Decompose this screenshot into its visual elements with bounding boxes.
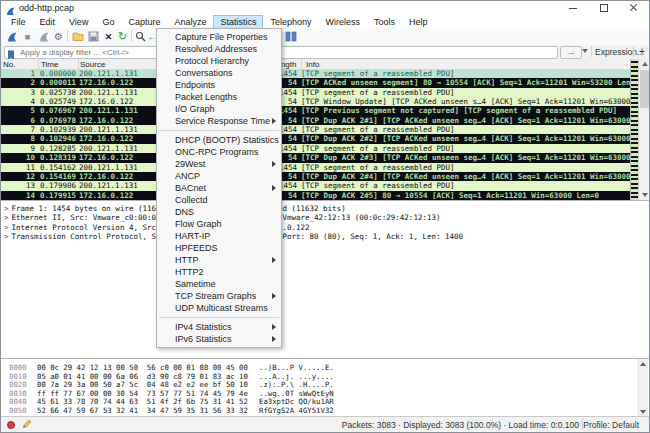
packet-row-13[interactable]: 130.179906200.121.1.1311454[TCP segment … (1, 181, 630, 190)
scroll-down-icon[interactable] (639, 190, 650, 200)
menu-statistics[interactable]: Statistics (213, 15, 263, 29)
packet-list-scrollbar[interactable] (638, 59, 650, 200)
menu-item-onc-rpc-programs[interactable]: ONC-RPC Programs (157, 146, 281, 158)
menu-capture[interactable]: Capture (121, 15, 167, 29)
capture-comment-pencil-icon[interactable] (21, 419, 32, 432)
filter-dropdown-caret-icon[interactable] (582, 49, 588, 53)
apply-filter-button[interactable]: → (560, 46, 582, 59)
menu-item-endpoints[interactable]: Endpoints (157, 79, 281, 91)
packet-row-6[interactable]: 60.076978172.16.0.12254[TCP Dup ACK 2#1]… (1, 116, 630, 125)
hex-ascii[interactable]: RfGYgS2A 4GY51V32 (259, 407, 334, 416)
column-header-no[interactable]: No. (3, 60, 15, 69)
profile-status[interactable]: Profile: Default (583, 420, 639, 430)
start-capture-icon[interactable] (5, 30, 18, 43)
menu-item-resolved-addresses[interactable]: Resolved Addresses (157, 43, 281, 55)
cell-no: 5 (1, 106, 35, 115)
expand-arrow-icon[interactable]: > (4, 232, 9, 241)
column-header-time[interactable]: Time (41, 60, 58, 69)
column-header-source[interactable]: Source (80, 60, 105, 69)
expert-info-icon[interactable] (7, 421, 15, 429)
capture-options-icon[interactable]: ⚙ (52, 30, 65, 43)
menu-view[interactable]: View (62, 15, 95, 29)
menu-tools[interactable]: Tools (367, 15, 402, 29)
menu-item-dns[interactable]: DNS (157, 206, 281, 218)
menu-item-hpfeeds[interactable]: HPFEEDS (157, 242, 281, 254)
scroll-up-icon[interactable] (637, 359, 648, 369)
save-file-icon[interactable] (87, 30, 100, 43)
menu-item-capture-file-properties[interactable]: Capture File Properties (157, 31, 281, 43)
menu-item-ipv6-statistics[interactable]: IPv6 Statistics (157, 333, 281, 345)
menu-item-udp-multicast-streams[interactable]: UDP Multicast Streams (157, 302, 281, 314)
column-header-info[interactable]: Info (306, 60, 319, 69)
packet-row-3[interactable]: 30.025738200.121.1.1311454[TCP segment o… (1, 88, 630, 97)
menu-edit[interactable]: Edit (33, 15, 63, 29)
packet-row-7[interactable]: 70.102939200.121.1.1311454[TCP segment o… (1, 125, 630, 134)
menu-telephony[interactable]: Telephony (263, 15, 318, 29)
menu-help[interactable]: Help (402, 15, 435, 29)
packet-row-8[interactable]: 80.102946172.16.0.12254[TCP Dup ACK 2#2]… (1, 134, 630, 143)
maximize-button[interactable] (589, 1, 619, 15)
packet-row-5[interactable]: 50.076967200.121.1.1311454[TCP Previous … (1, 106, 630, 115)
expand-arrow-icon[interactable]: > (4, 213, 9, 222)
menu-item-hart-ip[interactable]: HART-IP (157, 230, 281, 242)
packet-row-12[interactable]: 120.154169172.16.0.12254[TCP Dup ACK 2#4… (1, 172, 630, 181)
packet-row-10[interactable]: 100.128319172.16.0.12254[TCP Dup ACK 2#3… (1, 153, 630, 162)
cell-time: 0.000000 (40, 69, 76, 78)
cell-no: 12 (1, 172, 35, 181)
expand-arrow-icon[interactable]: > (4, 223, 9, 232)
hex-pane-scrollbar[interactable] (637, 359, 648, 417)
cell-src: 172.16.0.122 (79, 97, 133, 106)
menu-item-protocol-hierarchy[interactable]: Protocol Hierarchy (157, 55, 281, 67)
menu-item-flow-graph[interactable]: Flow Graph (157, 218, 281, 230)
menu-item-bacnet[interactable]: BACnet (157, 182, 281, 194)
menu-item-http2[interactable]: HTTP2 (157, 266, 281, 278)
menu-go[interactable]: Go (95, 15, 121, 29)
menu-item-29west[interactable]: 29West (157, 158, 281, 170)
add-filter-button[interactable]: + (639, 46, 645, 57)
reload-file-icon[interactable]: ↻ (116, 30, 129, 43)
detail-line[interactable]: >Transmission Control Protocol, Src Port… (4, 232, 637, 241)
menu-item-ipv4-statistics[interactable]: IPv4 Statistics (157, 321, 281, 333)
menu-item-packet-lengths[interactable]: Packet Lengths (157, 91, 281, 103)
hex-row[interactable]: 005052 66 47 59 67 53 32 41 34 47 59 35 … (1, 407, 637, 416)
expression-button[interactable]: Expression... (595, 47, 644, 57)
open-file-icon[interactable] (71, 30, 84, 43)
submenu-arrow-icon (272, 185, 276, 191)
scrollbar-thumb[interactable] (640, 70, 650, 108)
menu-analyze[interactable]: Analyze (167, 15, 213, 29)
detail-line[interactable]: >Ethernet II, Src: Vmware_c0:00:01 (00:5… (4, 213, 637, 222)
packet-row-4[interactable]: 40.025749172.16.0.12254[TCP Window Updat… (1, 97, 630, 106)
detail-line[interactable]: >Internet Protocol Version 4, Src: 200.1… (4, 223, 637, 232)
close-button[interactable] (619, 1, 649, 15)
expand-arrow-icon[interactable]: > (4, 204, 9, 213)
minimize-button[interactable] (559, 1, 589, 15)
packet-row-11[interactable]: 110.154162200.121.1.1311454[TCP segment … (1, 163, 630, 172)
menu-item-ancp[interactable]: ANCP (157, 170, 281, 182)
restart-capture-icon[interactable] (37, 30, 50, 43)
scroll-up-icon[interactable] (639, 59, 650, 69)
menu-item-http[interactable]: HTTP (157, 254, 281, 266)
resize-columns-icon[interactable] (284, 30, 297, 43)
menu-item-dhcp-bootp-statistics[interactable]: DHCP (BOOTP) Statistics (157, 134, 281, 146)
cell-time: 0.179915 (40, 191, 76, 200)
menu-item-sametime[interactable]: Sametime (157, 278, 281, 290)
menu-wireless[interactable]: Wireless (319, 15, 368, 29)
packet-row-14[interactable]: 140.179915172.16.0.12254[TCP Dup ACK 2#5… (1, 191, 630, 200)
stop-capture-icon[interactable]: ■ (21, 30, 34, 43)
menu-item-service-response-time[interactable]: Service Response Time (157, 115, 281, 127)
cell-time: 0.102939 (40, 125, 76, 134)
menu-file[interactable]: File (4, 15, 33, 29)
packet-row-9[interactable]: 90.128285200.121.1.1311454[TCP segment o… (1, 144, 630, 153)
menu-item-collectd[interactable]: Collectd (157, 194, 281, 206)
menu-item-tcp-stream-graphs[interactable]: TCP Stream Graphs (157, 290, 281, 302)
hex-bytes[interactable]: 52 66 47 59 67 53 32 41 34 47 59 35 31 5… (37, 407, 248, 416)
packet-row-1[interactable]: 10.000000200.121.1.1311454[TCP segment o… (1, 69, 630, 78)
detail-line[interactable]: >Frame 1: 1454 bytes on wire (11632 bits… (4, 204, 637, 213)
cell-src: 200.121.1.131 (79, 106, 138, 115)
packet-row-2[interactable]: 20.000011172.16.0.12254[TCP ACKed unseen… (1, 78, 630, 87)
menu-item-i-o-graph[interactable]: I/O Graph (157, 103, 281, 115)
close-file-icon[interactable]: ✕ (102, 30, 115, 43)
cell-no: 8 (1, 134, 35, 143)
menu-item-conversations[interactable]: Conversations (157, 67, 281, 79)
cell-src: 200.121.1.131 (79, 69, 138, 78)
